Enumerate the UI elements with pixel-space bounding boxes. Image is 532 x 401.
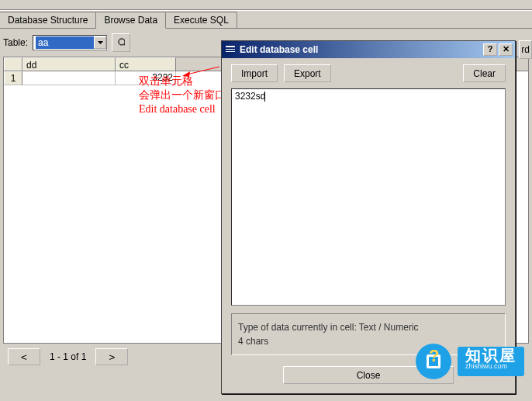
help-button[interactable]: ? [483, 43, 497, 56]
table-dropdown-value: aa [36, 36, 94, 49]
pager-info: 1 - 1 of 1 [45, 351, 91, 362]
tab-execute-sql[interactable]: Execute SQL [165, 12, 237, 28]
annotation-line-3: Edit database cell [139, 102, 226, 116]
toolbar-fragment [0, 0, 532, 10]
app-icon [224, 44, 237, 55]
table-dropdown[interactable]: aa [33, 35, 107, 50]
grid-header-col-dd[interactable]: dd [22, 57, 116, 71]
status-type-line: Type of data currently in cell: Text / N… [238, 320, 499, 334]
logo-text: 知识屋 zhishiwu.com [458, 347, 524, 376]
grid-header-col-cc[interactable]: cc [116, 57, 176, 71]
svg-marker-0 [98, 41, 103, 44]
chevron-down-icon[interactable] [94, 36, 106, 49]
search-button[interactable] [112, 33, 130, 52]
tab-database-structure[interactable]: Database Structure [0, 12, 96, 28]
dialog-toolbar: Import Export Clear [222, 58, 515, 88]
logo-en: zhishiwu.com [465, 361, 516, 372]
pager-prev-button[interactable]: < [8, 348, 40, 365]
grid-cell-dd[interactable] [22, 71, 116, 85]
export-button[interactable]: Export [284, 64, 331, 82]
text-caret [264, 92, 265, 102]
grid-row-number: 1 [4, 71, 22, 85]
dialog-titlebar[interactable]: Edit database cell ? ✕ [222, 41, 515, 58]
svg-point-1 [119, 39, 125, 45]
annotation-text: 双击单元格 会弹出一个新窗口 Edit database cell [139, 74, 226, 116]
tab-bar: Database Structure Browse Data Execute S… [0, 10, 532, 29]
watermark-logo: ? 知识屋 zhishiwu.com [416, 344, 524, 379]
search-icon [117, 37, 125, 48]
tab-browse-data[interactable]: Browse Data [95, 12, 166, 29]
logo-cn: 知识屋 [465, 350, 516, 361]
edit-cell-dialog: Edit database cell ? ✕ Import Export Cle… [221, 40, 516, 394]
table-label: Table: [3, 37, 28, 48]
cell-editor-content: 3232sd [235, 91, 265, 102]
dialog-title: Edit database cell [240, 44, 318, 55]
pager-next-button[interactable]: > [95, 348, 128, 365]
annotation-line-2: 会弹出一个新窗口 [139, 88, 226, 102]
annotation-line-1: 双击单元格 [139, 74, 226, 88]
svg-line-2 [124, 44, 125, 47]
partial-button[interactable]: rd [519, 40, 532, 59]
close-icon[interactable]: ✕ [499, 43, 513, 56]
import-button[interactable]: Import [231, 64, 278, 82]
clear-button[interactable]: Clear [463, 64, 506, 82]
svg-line-3 [187, 67, 219, 74]
cell-editor[interactable]: 3232sd [231, 88, 506, 306]
grid-header-rownum [4, 57, 22, 71]
logo-badge: ? [416, 344, 451, 379]
